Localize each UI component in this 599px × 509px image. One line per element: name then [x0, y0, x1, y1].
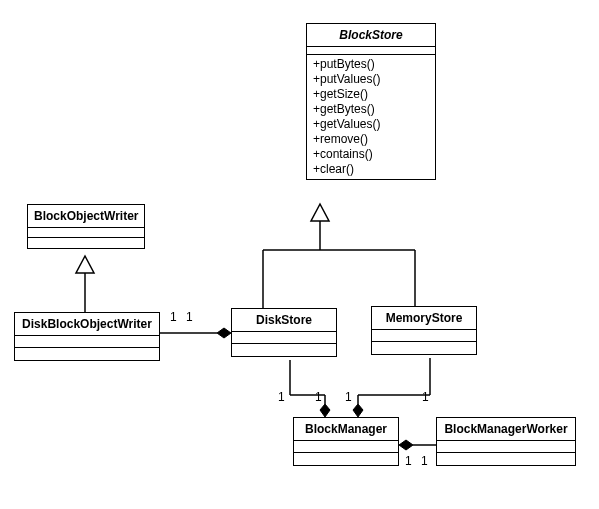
class-title: BlockStore — [307, 24, 435, 47]
class-diskblockobjectwriter: DiskBlockObjectWriter — [14, 312, 160, 361]
class-blockmanagerworker: BlockManagerWorker — [436, 417, 576, 466]
methods-section — [437, 453, 575, 465]
svg-marker-12 — [320, 404, 330, 417]
class-blockmanager: BlockManager — [293, 417, 399, 466]
class-title: DiskBlockObjectWriter — [15, 313, 159, 336]
method: +getValues() — [313, 117, 429, 132]
class-memorystore: MemoryStore — [371, 306, 477, 355]
methods-section — [28, 238, 144, 248]
methods-section: +putBytes() +putValues() +getSize() +get… — [307, 55, 435, 179]
class-title: BlockObjectWriter — [28, 205, 144, 228]
class-blockstore: BlockStore +putBytes() +putValues() +get… — [306, 23, 436, 180]
attr-section — [372, 330, 476, 342]
class-title: DiskStore — [232, 309, 336, 332]
mult-label: 1 — [170, 310, 177, 324]
method: +clear() — [313, 162, 429, 177]
method: +putBytes() — [313, 57, 429, 72]
class-blockobjectwriter: BlockObjectWriter — [27, 204, 145, 249]
attr-section — [15, 336, 159, 348]
methods-section — [294, 453, 398, 465]
mult-label: 1 — [345, 390, 352, 404]
method: +remove() — [313, 132, 429, 147]
methods-section — [15, 348, 159, 360]
svg-marker-16 — [353, 404, 363, 417]
svg-marker-1 — [76, 256, 94, 273]
svg-marker-2 — [311, 204, 329, 221]
attr-section — [437, 441, 575, 453]
attr-section — [307, 47, 435, 55]
class-title: MemoryStore — [372, 307, 476, 330]
class-diskstore: DiskStore — [231, 308, 337, 357]
mult-label: 1 — [315, 390, 322, 404]
svg-marker-8 — [217, 328, 231, 338]
methods-section — [372, 342, 476, 354]
method: +putValues() — [313, 72, 429, 87]
method: +getSize() — [313, 87, 429, 102]
mult-label: 1 — [405, 454, 412, 468]
attr-section — [294, 441, 398, 453]
class-title: BlockManager — [294, 418, 398, 441]
attr-section — [28, 228, 144, 238]
method: +contains() — [313, 147, 429, 162]
class-title: BlockManagerWorker — [437, 418, 575, 441]
attr-section — [232, 332, 336, 344]
methods-section — [232, 344, 336, 356]
svg-marker-18 — [399, 440, 413, 450]
mult-label: 1 — [186, 310, 193, 324]
mult-label: 1 — [278, 390, 285, 404]
mult-label: 1 — [421, 454, 428, 468]
method: +getBytes() — [313, 102, 429, 117]
mult-label: 1 — [422, 390, 429, 404]
